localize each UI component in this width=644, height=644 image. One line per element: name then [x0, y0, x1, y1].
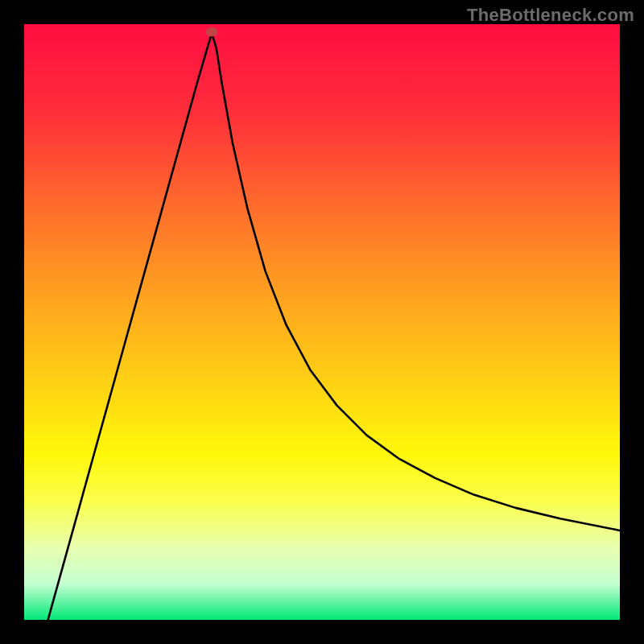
chart-container: TheBottleneck.com: [0, 0, 644, 644]
optimum-marker: [206, 27, 218, 37]
bottleneck-chart: [24, 24, 620, 620]
watermark-label: TheBottleneck.com: [467, 5, 634, 26]
chart-background-gradient: [24, 24, 620, 620]
